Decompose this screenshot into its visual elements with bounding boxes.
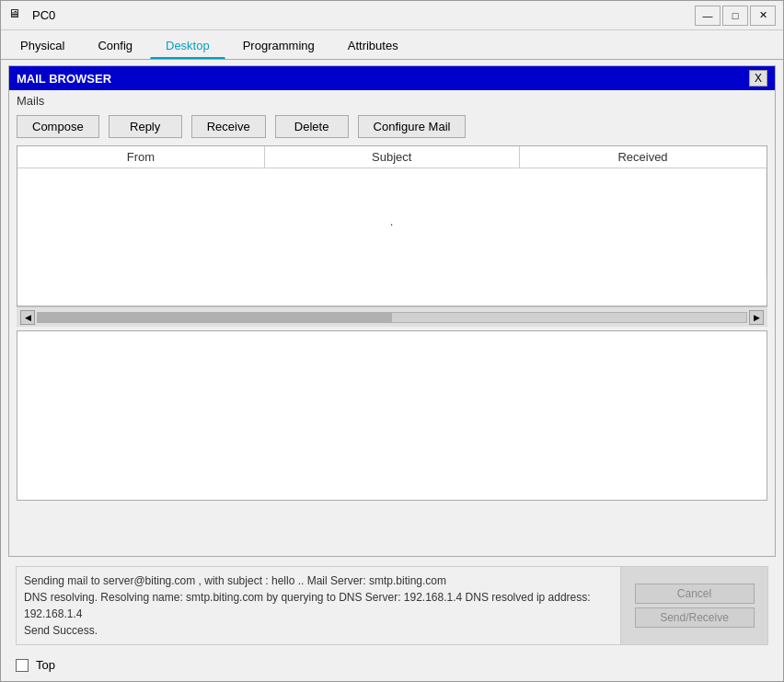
window-title: PC0 xyxy=(32,8,695,22)
receive-button[interactable]: Receive xyxy=(191,115,266,138)
reply-button[interactable]: Reply xyxy=(109,115,182,138)
main-window: 🖥 PC0 — □ ✕ Physical Config Desktop Prog… xyxy=(0,0,784,682)
delete-button[interactable]: Delete xyxy=(275,115,349,138)
title-bar: 🖥 PC0 — □ ✕ xyxy=(1,1,783,30)
top-checkbox[interactable] xyxy=(16,659,29,672)
tab-attributes[interactable]: Attributes xyxy=(332,34,414,59)
configure-mail-button[interactable]: Configure Mail xyxy=(358,115,467,138)
mail-toolbar: Compose Reply Receive Delete Configure M… xyxy=(17,111,767,142)
scroll-thumb xyxy=(38,313,392,322)
mails-label: Mails xyxy=(17,94,767,108)
status-text: Sending mail to server@biting.com , with… xyxy=(16,566,621,645)
mail-browser-header: MAIL BROWSER X xyxy=(9,66,775,90)
empty-indicator: . xyxy=(390,214,394,228)
window-controls: — □ ✕ xyxy=(695,6,776,26)
content-area: MAIL BROWSER X Mails Compose Reply Recei… xyxy=(1,60,783,681)
mails-section: Mails Compose Reply Receive Delete Confi… xyxy=(9,90,775,145)
app-icon: 🖥 xyxy=(8,6,27,25)
column-received: Received xyxy=(519,146,766,168)
status-buttons: Cancel Send/Receive xyxy=(621,566,768,645)
tab-programming[interactable]: Programming xyxy=(227,34,330,59)
horizontal-scrollbar: ◀ ▶ xyxy=(17,306,767,327)
status-area: Sending mail to server@biting.com , with… xyxy=(16,566,768,645)
top-checkbox-label: Top xyxy=(36,658,55,672)
mail-browser-close-button[interactable]: X xyxy=(749,70,767,87)
tab-desktop[interactable]: Desktop xyxy=(150,34,225,59)
mail-browser-panel: MAIL BROWSER X Mails Compose Reply Recei… xyxy=(8,65,776,557)
scroll-left-button[interactable]: ◀ xyxy=(20,310,35,325)
column-subject: Subject xyxy=(264,146,519,168)
close-button[interactable]: ✕ xyxy=(750,6,776,26)
column-from: From xyxy=(17,146,264,168)
table-row: . xyxy=(17,168,767,275)
send-receive-button[interactable]: Send/Receive xyxy=(635,607,755,628)
cancel-button[interactable]: Cancel xyxy=(635,584,755,604)
tab-config[interactable]: Config xyxy=(82,34,148,59)
scroll-track[interactable] xyxy=(37,312,747,323)
scroll-right-button[interactable]: ▶ xyxy=(749,310,764,325)
status-message: Sending mail to server@biting.com , with… xyxy=(24,574,591,637)
compose-button[interactable]: Compose xyxy=(17,115,99,138)
maximize-button[interactable]: □ xyxy=(722,6,748,26)
bottom-bar: Top xyxy=(8,654,776,676)
mail-table: From Subject Received . xyxy=(17,146,767,274)
mail-browser-title: MAIL BROWSER xyxy=(17,72,111,86)
mail-table-container: From Subject Received . xyxy=(17,145,767,306)
minimize-button[interactable]: — xyxy=(695,6,721,26)
tab-bar: Physical Config Desktop Programming Attr… xyxy=(1,30,783,60)
message-preview xyxy=(17,330,767,501)
tab-physical[interactable]: Physical xyxy=(5,34,80,59)
